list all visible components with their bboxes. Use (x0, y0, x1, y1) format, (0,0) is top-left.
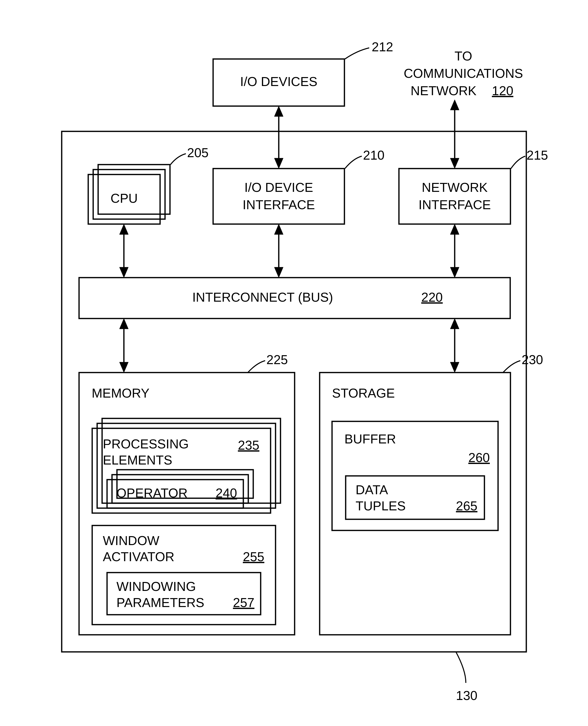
cpu-box-back (98, 165, 170, 214)
io-interface-leader (345, 156, 362, 169)
io-interface-ref: 210 (363, 148, 384, 162)
storage-ref: 230 (522, 352, 543, 367)
comm-net-line3: NETWORK (411, 84, 477, 98)
io-interface-box (213, 169, 344, 224)
buffer-label: BUFFER (344, 432, 396, 446)
comm-net-line2: COMMUNICATIONS (404, 66, 523, 81)
outer-leader (456, 652, 466, 683)
comm-net-ref: 120 (492, 84, 513, 98)
net-interface-line2: INTERFACE (419, 198, 491, 212)
arrow-io-down (274, 158, 283, 169)
window-activator-line1: WINDOW (103, 534, 159, 548)
memory-ref: 225 (266, 352, 288, 367)
buffer-ref: 260 (468, 450, 490, 465)
operator-label: OPERATOR (117, 486, 188, 500)
io-devices-leader (345, 48, 369, 59)
interconnect-label: INTERCONNECT (BUS) (192, 290, 333, 304)
outer-ref: 130 (456, 688, 478, 703)
arrow-netif-down (450, 267, 459, 277)
arrow-cpu-up (120, 224, 128, 234)
operator-ref: 240 (215, 486, 237, 500)
windowing-params-line1: WINDOWING (117, 579, 196, 594)
comm-net-line1: TO (455, 49, 472, 63)
cpu-ref: 205 (187, 145, 209, 160)
window-activator-line2: ACTIVATOR (103, 549, 174, 564)
pe-line1: PROCESSING (103, 437, 189, 451)
arrow-bus-mem-up (120, 318, 128, 329)
storage-label: STORAGE (332, 386, 395, 400)
architecture-diagram: I/O DEVICES 212 TO COMMUNICATIONS NETWOR… (0, 0, 588, 726)
arrow-ioif-down (274, 267, 283, 277)
cpu-label: CPU (110, 191, 138, 206)
net-interface-leader (511, 156, 525, 169)
storage-leader (503, 361, 520, 373)
io-interface-line2: INTERFACE (243, 198, 315, 212)
io-devices-label: I/O DEVICES (240, 74, 317, 89)
data-tuples-line2: TUPLES (356, 499, 406, 513)
data-tuples-ref: 265 (456, 499, 478, 513)
memory-label: MEMORY (92, 386, 149, 400)
pe-line2: ELEMENTS (103, 453, 172, 467)
memory-leader (248, 361, 265, 373)
net-interface-ref: 215 (527, 148, 548, 162)
arrow-commnet-down (450, 158, 459, 169)
windowing-params-ref: 257 (233, 595, 254, 610)
arrow-io-up (274, 106, 283, 117)
arrow-netif-up (450, 224, 459, 234)
io-interface-line1: I/O DEVICE (244, 180, 313, 194)
arrow-bus-mem-down (120, 362, 128, 373)
arrow-cpu-down (120, 267, 128, 277)
arrow-bus-storage-up (450, 318, 459, 329)
interconnect-ref: 220 (421, 290, 443, 304)
net-interface-line1: NETWORK (422, 180, 488, 194)
window-activator-ref: 255 (243, 549, 265, 564)
io-devices-ref: 212 (372, 40, 393, 54)
arrow-commnet-up (450, 100, 459, 110)
arrow-bus-storage-down (450, 362, 459, 373)
arrow-ioif-up (274, 224, 283, 234)
windowing-params-line2: PARAMETERS (117, 595, 204, 610)
cpu-leader (170, 154, 186, 165)
pe-ref: 235 (238, 438, 259, 452)
net-interface-box (399, 169, 510, 224)
storage-box (320, 373, 510, 635)
data-tuples-line1: DATA (356, 483, 388, 497)
